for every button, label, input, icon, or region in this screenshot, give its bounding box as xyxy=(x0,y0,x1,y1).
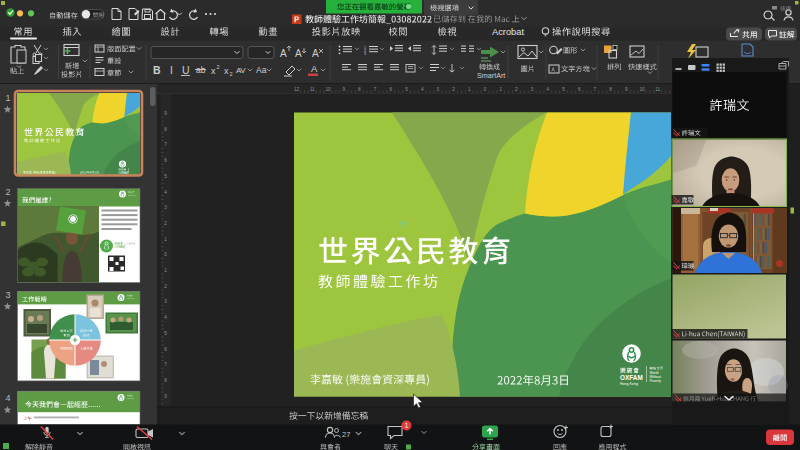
svg-text:ab: ab xyxy=(196,65,206,75)
svg-text:Aa: Aa xyxy=(256,65,267,75)
svg-text:6: 6 xyxy=(164,347,167,352)
svg-text:Hong Kong: Hong Kong xyxy=(620,382,638,386)
svg-text:9: 9 xyxy=(164,394,167,399)
svg-text:3: 3 xyxy=(164,205,167,210)
svg-text:x: x xyxy=(211,66,216,76)
svg-text:2: 2 xyxy=(452,87,455,92)
svg-text:7: 7 xyxy=(164,142,167,147)
svg-text:OXFAM: OXFAM xyxy=(127,397,134,399)
svg-text:5: 5 xyxy=(164,331,167,336)
svg-text:4: 4 xyxy=(164,315,167,320)
svg-text:6: 6 xyxy=(578,87,581,92)
svg-text:A: A xyxy=(312,48,319,59)
svg-text:2: 2 xyxy=(164,284,167,289)
svg-text:3: 3 xyxy=(364,52,366,56)
svg-text:6: 6 xyxy=(390,87,393,92)
svg-text:4: 4 xyxy=(547,87,550,92)
svg-text:7: 7 xyxy=(164,362,167,367)
svg-text:11: 11 xyxy=(655,87,660,92)
svg-text:3: 3 xyxy=(531,87,534,92)
svg-text:7: 7 xyxy=(374,87,377,92)
svg-text:4: 4 xyxy=(5,393,10,403)
svg-text:AV: AV xyxy=(236,66,246,75)
svg-text:4: 4 xyxy=(164,190,167,195)
svg-text:9: 9 xyxy=(625,87,628,92)
svg-text:4: 4 xyxy=(421,87,424,92)
svg-text:11: 11 xyxy=(310,87,315,92)
svg-text:I: I xyxy=(170,64,173,76)
svg-text:2: 2 xyxy=(230,71,233,77)
svg-text:U: U xyxy=(182,64,190,76)
svg-text:8: 8 xyxy=(164,378,167,383)
svg-text:OXFAM: OXFAM xyxy=(127,297,134,299)
svg-text:OXFAM: OXFAM xyxy=(119,171,129,175)
svg-text:Poverty: Poverty xyxy=(650,379,662,383)
svg-text:5: 5 xyxy=(405,87,408,92)
svg-text:1: 1 xyxy=(405,422,409,429)
svg-text:3: 3 xyxy=(164,299,167,304)
svg-text:9: 9 xyxy=(164,111,167,116)
svg-text:10: 10 xyxy=(639,87,645,92)
svg-text:8: 8 xyxy=(609,87,612,92)
svg-text:5: 5 xyxy=(562,87,565,92)
svg-text:5: 5 xyxy=(164,174,167,179)
svg-text:1: 1 xyxy=(164,237,167,242)
svg-text:Acrobat: Acrobat xyxy=(492,27,524,37)
svg-text:0: 0 xyxy=(164,252,167,257)
svg-text:1: 1 xyxy=(5,93,10,103)
svg-text:OXFAM: OXFAM xyxy=(115,245,126,249)
svg-text:x: x xyxy=(224,66,229,76)
svg-text:27: 27 xyxy=(342,430,350,439)
svg-text:3: 3 xyxy=(437,87,440,92)
svg-text:7: 7 xyxy=(594,87,597,92)
svg-text:1: 1 xyxy=(468,87,471,92)
svg-text:9: 9 xyxy=(342,87,345,92)
svg-text:1: 1 xyxy=(499,87,502,92)
svg-text:A: A xyxy=(311,63,318,74)
svg-text:1: 1 xyxy=(164,268,167,273)
svg-text:2: 2 xyxy=(217,64,220,70)
svg-text:A: A xyxy=(280,48,287,59)
svg-text:SmartArt: SmartArt xyxy=(477,71,505,80)
svg-text:0: 0 xyxy=(484,87,487,92)
svg-text:8: 8 xyxy=(164,127,167,132)
svg-text:OXFAM: OXFAM xyxy=(128,194,136,196)
svg-text:A: A xyxy=(295,48,302,59)
svg-text:OXFAM: OXFAM xyxy=(620,374,643,381)
svg-text:10: 10 xyxy=(325,87,331,92)
svg-text:6: 6 xyxy=(164,158,167,163)
svg-text:2: 2 xyxy=(515,87,518,92)
svg-text:12: 12 xyxy=(294,87,300,92)
svg-text:2: 2 xyxy=(164,221,167,226)
svg-text:3: 3 xyxy=(5,290,10,300)
svg-text:2: 2 xyxy=(5,187,10,197)
svg-text:B: B xyxy=(153,64,161,76)
svg-text:8: 8 xyxy=(358,87,361,92)
